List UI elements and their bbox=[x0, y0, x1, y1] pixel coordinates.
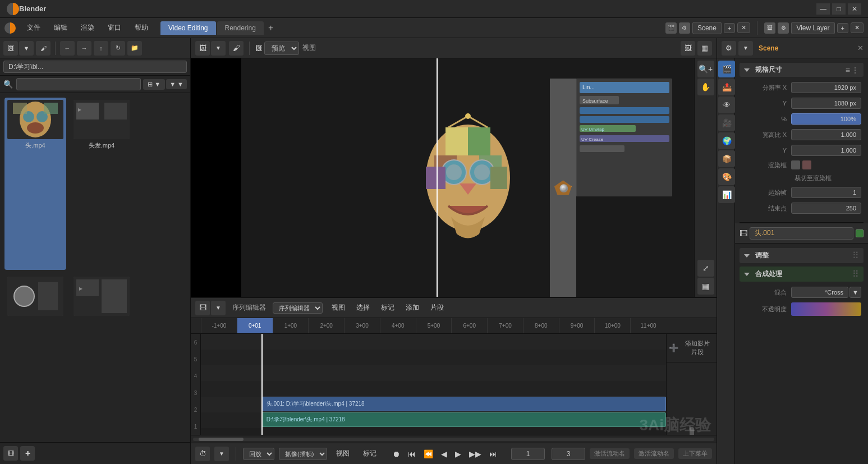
transport-type-btn[interactable]: ⏱ bbox=[195, 447, 210, 461]
timeline-menu-clip[interactable]: 片段 bbox=[426, 301, 448, 314]
jump-end-button[interactable]: ⏭ bbox=[487, 447, 499, 461]
aspect-x-value[interactable]: 1.000 bbox=[791, 129, 861, 140]
list-item[interactable] bbox=[4, 274, 66, 438]
menu-file[interactable]: 文件 bbox=[21, 21, 46, 35]
seq-editor-dropdown[interactable]: 序列编辑器 bbox=[273, 302, 323, 314]
expand-button[interactable]: ⤢ bbox=[697, 260, 714, 277]
timeline-menu-button[interactable]: ▼ bbox=[211, 301, 226, 315]
menu-dots[interactable]: ⋮ bbox=[851, 66, 859, 75]
list-item[interactable]: ▶ bbox=[71, 274, 132, 438]
preview-menu-button[interactable]: ▼ bbox=[211, 41, 226, 56]
hand-tool-button[interactable]: ✋ bbox=[697, 79, 714, 95]
aspect-y-value[interactable]: 1.000 bbox=[791, 145, 861, 156]
zoom-in-button[interactable]: 🔍+ bbox=[697, 61, 714, 77]
start-frame-value[interactable]: 1 bbox=[791, 187, 861, 198]
view-layer-new-button[interactable]: + bbox=[837, 23, 848, 33]
preview-type-button[interactable]: 🖼 bbox=[195, 41, 210, 56]
timeline-menu-view[interactable]: 视图 bbox=[327, 301, 350, 314]
scrollbar-thumb-vertical[interactable] bbox=[690, 427, 694, 435]
menu-window[interactable]: 窗口 bbox=[102, 21, 127, 35]
forward-frame-button[interactable]: ▶▶ bbox=[467, 447, 484, 461]
refresh-button[interactable]: ↻ bbox=[111, 41, 125, 56]
res-x-value[interactable]: 1920 px bbox=[791, 82, 861, 93]
transport-view-btn[interactable]: 视图 bbox=[332, 447, 354, 460]
forward-button[interactable]: → bbox=[77, 41, 91, 56]
prop-tab-data[interactable]: 📊 bbox=[718, 186, 735, 203]
dimensions-header[interactable]: 规格尺寸 ≡ ⋮ bbox=[740, 63, 864, 77]
right-panel-close-btn[interactable]: ✕ bbox=[857, 44, 864, 52]
drag-handle-icon2[interactable]: ⠿ bbox=[852, 269, 859, 279]
timeline-menu-select[interactable]: 选择 bbox=[352, 301, 374, 314]
track-clip-2[interactable]: D:\学习\blender\头.mp4 | 37218 bbox=[261, 412, 666, 427]
preview-paint-button[interactable]: 🖌 bbox=[229, 41, 244, 56]
area-type-button[interactable]: 🖼 bbox=[3, 41, 18, 56]
expand-button2[interactable]: ▦ bbox=[697, 278, 714, 295]
workspace-tab-rendering[interactable]: Rendering bbox=[217, 21, 264, 35]
minimize-button[interactable]: — bbox=[816, 3, 830, 15]
close-button[interactable]: ✕ bbox=[848, 3, 861, 15]
path-input[interactable] bbox=[3, 61, 187, 73]
add-workspace-button[interactable]: + bbox=[265, 22, 277, 34]
filter-button[interactable]: ▼ ▼ bbox=[166, 79, 187, 89]
scrollbar-thumb[interactable] bbox=[199, 438, 244, 441]
transport-menu-btn[interactable]: ▼ bbox=[214, 447, 229, 461]
menu-edit[interactable]: 编辑 bbox=[48, 21, 73, 35]
prop-tab-scene[interactable]: 🎥 bbox=[718, 114, 735, 131]
adjustment-header[interactable]: 调整 ⠿ bbox=[740, 248, 864, 263]
step-back-button[interactable]: ⏪ bbox=[421, 447, 435, 461]
menu-help[interactable]: 帮助 bbox=[129, 21, 154, 35]
current-frame-input[interactable] bbox=[511, 448, 545, 460]
opacity-slider[interactable] bbox=[791, 302, 861, 316]
composite-header[interactable]: 合成处理 ⠿ bbox=[740, 267, 864, 282]
percent-value[interactable]: 100% bbox=[791, 113, 861, 125]
prop-tab-object[interactable]: 📦 bbox=[718, 150, 735, 167]
end-frame-input[interactable] bbox=[552, 448, 585, 460]
drag-handle-icon[interactable]: ⠿ bbox=[852, 251, 859, 260]
preview-mode-dropdown[interactable]: 预览 bbox=[264, 42, 299, 55]
timeline-menu-mark[interactable]: 标记 bbox=[376, 301, 399, 314]
timeline-scrollbar[interactable] bbox=[191, 435, 717, 443]
add-clip-button[interactable]: 添加影片片段 bbox=[681, 336, 714, 360]
menu-render[interactable]: 渲染 bbox=[75, 21, 100, 35]
seq-name-input[interactable] bbox=[750, 227, 853, 240]
end-frame-value[interactable]: 250 bbox=[791, 203, 861, 214]
frame-mode-dropdown[interactable]: 抓像(插帧) bbox=[279, 448, 327, 460]
back-button[interactable]: ← bbox=[60, 41, 75, 56]
timeline-type-button[interactable]: 🎞 bbox=[195, 301, 210, 315]
transport-mark-btn[interactable]: 标记 bbox=[359, 447, 381, 460]
prop-tab-view[interactable]: 👁 bbox=[718, 97, 735, 113]
view-mode-button[interactable]: ⊞ ▼ bbox=[143, 79, 165, 90]
prop-tab-render[interactable]: 🎬 bbox=[718, 61, 735, 77]
track-clip-1[interactable]: 头.001: D:\学习\blender\头.mp4 | 37218 bbox=[261, 397, 666, 411]
seq-checkbox[interactable] bbox=[856, 229, 864, 237]
blend-value[interactable]: *Cross bbox=[791, 287, 848, 298]
scene-new-button[interactable]: + bbox=[724, 23, 735, 33]
workspace-tab-video-editing[interactable]: Video Editing bbox=[160, 21, 216, 35]
list-item[interactable]: 头.mp4 bbox=[4, 98, 66, 270]
paint-tool-button[interactable]: 🖌 bbox=[36, 41, 50, 56]
tracks-content[interactable]: 头.001: D:\学习\blender\头.mp4 | 37218 D:\学习… bbox=[201, 334, 666, 435]
search-input[interactable] bbox=[16, 78, 141, 90]
seq-editor-icon[interactable]: 🎞 bbox=[3, 446, 18, 461]
prop-tab-material[interactable]: 🎨 bbox=[718, 168, 735, 185]
preview-display-button2[interactable]: ▦ bbox=[697, 41, 712, 56]
list-item[interactable]: ▶ 头发.mp4 bbox=[71, 98, 132, 270]
vertical-scrollbar[interactable] bbox=[667, 427, 717, 435]
play-button[interactable]: ▶ bbox=[453, 447, 463, 461]
right-panel-menu-btn[interactable]: ▼ bbox=[738, 41, 753, 56]
preview-display-button[interactable]: 🖼 bbox=[681, 41, 695, 56]
secondary-viewport[interactable]: Lin... Subsurface UV Unwrap UV Crease bbox=[576, 79, 672, 196]
view-layer-delete-button[interactable]: ✕ bbox=[851, 22, 864, 33]
blend-dropdown-btn[interactable]: ▼ bbox=[849, 287, 861, 298]
viewport-3d[interactable] bbox=[550, 79, 576, 297]
scrollbar-track[interactable] bbox=[193, 438, 714, 441]
up-button[interactable]: ↑ bbox=[94, 41, 108, 56]
list-icon[interactable]: ≡ bbox=[846, 66, 850, 75]
seq-tool-button[interactable]: ✚ bbox=[20, 446, 35, 461]
maximize-button[interactable]: □ bbox=[832, 3, 846, 15]
scene-delete-button[interactable]: ✕ bbox=[737, 22, 750, 33]
playback-dropdown[interactable]: 回放 bbox=[243, 448, 274, 460]
bookmark-button[interactable]: 📁 bbox=[127, 41, 142, 56]
prop-tab-output[interactable]: 📤 bbox=[718, 79, 735, 95]
back-frame-button[interactable]: ◀ bbox=[439, 447, 449, 461]
